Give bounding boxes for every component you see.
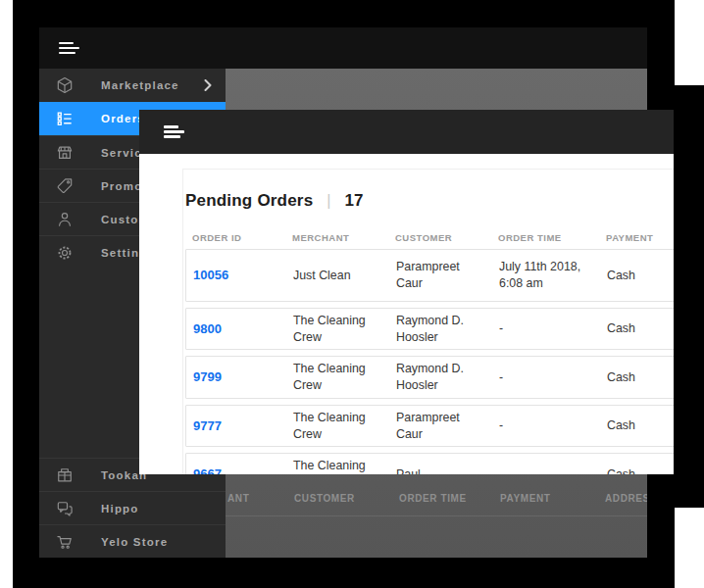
chevron-right-icon — [204, 79, 212, 91]
table-row: 10056 Just Clean Parampreet Caur July 11… — [185, 249, 674, 302]
table-row: 9777 The Cleaning Crew Parampreet Caur -… — [185, 405, 674, 447]
page: Marketplace Orders — [0, 0, 704, 588]
sidebar-item-label: Yelo Store — [101, 536, 168, 548]
page-title-text: Pending Orders — [185, 191, 313, 211]
order-id-link[interactable]: 9800 — [193, 321, 222, 336]
customer-cell: Parampreet Caur — [396, 255, 499, 295]
order-time-cell: - — [499, 317, 607, 341]
order-id-link[interactable]: 9777 — [193, 418, 222, 433]
customer-cell: Parampreet Caur — [396, 406, 499, 446]
dimmed-column-order-time: ORDER TIME — [399, 493, 467, 504]
order-time-cell: July 11th 2018, 6:08 am — [499, 255, 607, 295]
sidebar-item-label: Marketplace — [101, 79, 179, 91]
merchant-cell: The Cleaning Crew — [293, 357, 396, 397]
dimmed-column-payment: PAYMENT — [500, 493, 550, 504]
storefront-icon — [54, 143, 75, 163]
chat-bubbles-icon — [54, 499, 75, 518]
merchant-cell: The Cleaning Crew — [293, 406, 396, 446]
person-icon — [54, 210, 75, 229]
order-list-icon — [54, 109, 75, 128]
sidebar-item-label: Hippo — [101, 503, 139, 514]
payment-cell: Cash — [607, 366, 674, 390]
pending-orders-panel: Pending Orders | 17 ORDER ID MERCHANT CU… — [182, 169, 674, 474]
sidebar-item-yelo-store[interactable]: Yelo Store — [39, 524, 226, 558]
order-time-cell: - — [499, 463, 607, 474]
merchant-cell: The Cleaning Crew — [293, 309, 396, 349]
payment-cell: Cash — [607, 414, 674, 438]
front-window-shadow-block — [674, 85, 704, 508]
dimmed-column-merchant-truncated: ANT — [227, 493, 249, 504]
sidebar-item-hippo[interactable]: Hippo — [39, 491, 226, 524]
shopping-cart-icon — [54, 532, 75, 552]
menu-icon[interactable] — [164, 122, 184, 140]
front-app-window: Pending Orders | 17 ORDER ID MERCHANT CU… — [139, 110, 674, 474]
customer-cell: Raymond D. Hoosler — [396, 309, 499, 349]
column-header-order-id: ORDER ID — [185, 232, 292, 243]
column-header-order-time: ORDER TIME — [498, 232, 606, 243]
column-header-payment: PAYMENT — [606, 232, 674, 243]
dimmed-column-customer: CUSTOMER — [294, 493, 355, 504]
order-time-cell: - — [499, 366, 607, 390]
dimmed-table-header-row: ANT CUSTOMER ORDER TIME PAYMENT ADDRESS — [226, 493, 647, 509]
crate-icon — [54, 466, 75, 485]
merchant-cell: The Cleaning Crew — [293, 454, 396, 474]
orders-table: ORDER ID MERCHANT CUSTOMER ORDER TIME PA… — [185, 232, 674, 474]
order-id-link[interactable]: 9799 — [193, 369, 222, 384]
page-title: Pending Orders | 17 — [185, 191, 674, 211]
order-id-link[interactable]: 9667 — [193, 466, 222, 474]
customer-cell: Paul — [396, 463, 499, 474]
pending-orders-count: 17 — [344, 191, 363, 211]
back-top-bar — [39, 27, 647, 69]
order-id-link[interactable]: 10056 — [193, 268, 228, 282]
table-header-row: ORDER ID MERCHANT CUSTOMER ORDER TIME PA… — [185, 232, 674, 243]
table-row: 9667 The Cleaning Crew Paul - Cash — [185, 453, 674, 474]
dimmed-header-divider — [226, 515, 647, 516]
package-icon — [54, 75, 75, 95]
menu-icon[interactable] — [59, 39, 79, 57]
gear-icon — [54, 243, 75, 263]
merchant-cell: Just Clean — [293, 264, 396, 288]
sidebar-item-marketplace[interactable]: Marketplace — [39, 69, 226, 102]
column-header-customer: CUSTOMER — [395, 232, 498, 243]
payment-cell: Cash — [607, 463, 674, 474]
payment-cell: Cash — [607, 264, 674, 288]
table-row: 9799 The Cleaning Crew Raymond D. Hoosle… — [185, 356, 674, 398]
customer-cell: Raymond D. Hoosler — [396, 357, 499, 397]
column-header-merchant: MERCHANT — [292, 232, 395, 243]
price-tag-icon — [54, 176, 75, 196]
title-separator: | — [327, 192, 330, 210]
front-top-bar — [139, 110, 674, 154]
order-time-cell: - — [499, 414, 607, 438]
dimmed-column-address: ADDRESS — [605, 493, 647, 504]
table-row: 9800 The Cleaning Crew Raymond D. Hoosle… — [185, 308, 674, 350]
payment-cell: Cash — [607, 317, 674, 341]
